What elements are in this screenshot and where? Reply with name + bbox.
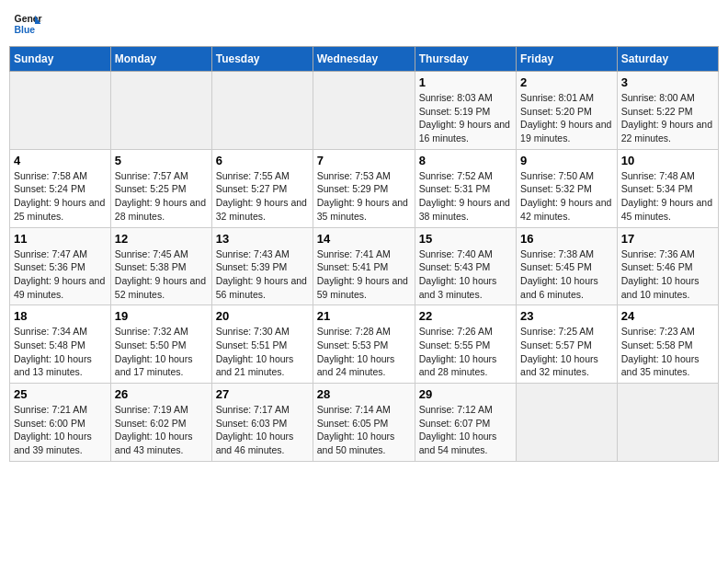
day-info: Sunrise: 7:14 AMSunset: 6:05 PMDaylight:… [317, 403, 411, 457]
day-number: 3 [621, 75, 714, 89]
calendar-cell: 4Sunrise: 7:58 AMSunset: 5:24 PMDaylight… [10, 149, 111, 227]
day-info: Sunrise: 7:41 AMSunset: 5:41 PMDaylight:… [317, 247, 411, 302]
weekday-header-sunday: Sunday [10, 47, 111, 72]
day-number: 10 [621, 154, 714, 167]
weekday-header-tuesday: Tuesday [211, 47, 313, 72]
day-info: Sunrise: 7:19 AMSunset: 6:02 PMDaylight:… [115, 403, 208, 457]
day-number: 22 [419, 309, 512, 323]
calendar-week-2: 4Sunrise: 7:58 AMSunset: 5:24 PMDaylight… [10, 149, 719, 227]
calendar-cell: 11Sunrise: 7:47 AMSunset: 5:36 PMDayligh… [10, 227, 111, 305]
calendar-cell: 8Sunrise: 7:52 AMSunset: 5:31 PMDaylight… [415, 149, 516, 227]
day-number: 17 [621, 232, 714, 246]
day-info: Sunrise: 7:36 AMSunset: 5:46 PMDaylight:… [621, 247, 714, 302]
calendar-cell: 25Sunrise: 7:21 AMSunset: 6:00 PMDayligh… [10, 384, 111, 462]
calendar-cell: 20Sunrise: 7:30 AMSunset: 5:51 PMDayligh… [211, 305, 313, 384]
day-info: Sunrise: 8:01 AMSunset: 5:20 PMDaylight:… [520, 91, 613, 145]
day-number: 6 [216, 154, 309, 167]
day-info: Sunrise: 7:17 AMSunset: 6:03 PMDaylight:… [216, 403, 309, 457]
day-info: Sunrise: 8:00 AMSunset: 5:22 PMDaylight:… [621, 91, 714, 145]
calendar-cell: 15Sunrise: 7:40 AMSunset: 5:43 PMDayligh… [415, 227, 516, 305]
day-number: 8 [419, 154, 512, 167]
day-info: Sunrise: 7:45 AMSunset: 5:38 PMDaylight:… [115, 247, 208, 302]
day-number: 11 [14, 232, 107, 246]
day-number: 26 [115, 387, 208, 401]
logo: General Blue [13, 9, 42, 39]
calendar-week-5: 25Sunrise: 7:21 AMSunset: 6:00 PMDayligh… [10, 384, 719, 462]
day-number: 16 [520, 232, 613, 246]
calendar-cell: 21Sunrise: 7:28 AMSunset: 5:53 PMDayligh… [313, 305, 415, 384]
weekday-header-wednesday: Wednesday [313, 47, 415, 72]
weekday-header-thursday: Thursday [415, 47, 516, 72]
calendar-cell: 7Sunrise: 7:53 AMSunset: 5:29 PMDaylight… [313, 149, 415, 227]
calendar-week-4: 18Sunrise: 7:34 AMSunset: 5:48 PMDayligh… [10, 305, 719, 384]
day-number: 1 [419, 75, 512, 89]
day-info: Sunrise: 7:40 AMSunset: 5:43 PMDaylight:… [419, 247, 512, 302]
day-number: 21 [317, 309, 411, 323]
calendar-week-3: 11Sunrise: 7:47 AMSunset: 5:36 PMDayligh… [10, 227, 719, 305]
calendar-cell: 5Sunrise: 7:57 AMSunset: 5:25 PMDaylight… [110, 149, 211, 227]
day-number: 27 [216, 387, 309, 401]
day-number: 2 [520, 75, 613, 89]
calendar-cell: 10Sunrise: 7:48 AMSunset: 5:34 PMDayligh… [617, 149, 718, 227]
day-number: 15 [419, 232, 512, 246]
day-info: Sunrise: 7:28 AMSunset: 5:53 PMDaylight:… [317, 325, 411, 379]
day-info: Sunrise: 7:43 AMSunset: 5:39 PMDaylight:… [216, 247, 309, 302]
day-info: Sunrise: 7:12 AMSunset: 6:07 PMDaylight:… [419, 403, 512, 457]
day-number: 13 [216, 232, 309, 246]
day-info: Sunrise: 7:48 AMSunset: 5:34 PMDaylight:… [621, 169, 714, 224]
day-number: 19 [115, 309, 208, 323]
calendar-cell [10, 72, 111, 150]
calendar-cell: 26Sunrise: 7:19 AMSunset: 6:02 PMDayligh… [110, 384, 211, 462]
weekday-header-friday: Friday [517, 47, 618, 72]
day-number: 7 [317, 154, 411, 167]
day-info: Sunrise: 7:47 AMSunset: 5:36 PMDaylight:… [14, 247, 107, 302]
day-number: 12 [115, 232, 208, 246]
calendar-cell: 18Sunrise: 7:34 AMSunset: 5:48 PMDayligh… [10, 305, 111, 384]
day-info: Sunrise: 7:23 AMSunset: 5:58 PMDaylight:… [621, 325, 714, 379]
calendar-cell: 23Sunrise: 7:25 AMSunset: 5:57 PMDayligh… [517, 305, 618, 384]
calendar-cell: 19Sunrise: 7:32 AMSunset: 5:50 PMDayligh… [110, 305, 211, 384]
calendar-cell: 14Sunrise: 7:41 AMSunset: 5:41 PMDayligh… [313, 227, 415, 305]
day-number: 4 [14, 154, 107, 167]
day-info: Sunrise: 7:25 AMSunset: 5:57 PMDaylight:… [520, 325, 613, 379]
day-info: Sunrise: 7:34 AMSunset: 5:48 PMDaylight:… [14, 325, 107, 379]
calendar-cell: 9Sunrise: 7:50 AMSunset: 5:32 PMDaylight… [517, 149, 618, 227]
day-info: Sunrise: 7:52 AMSunset: 5:31 PMDaylight:… [419, 169, 512, 224]
day-number: 14 [317, 232, 411, 246]
calendar-cell [617, 384, 718, 462]
calendar-cell: 2Sunrise: 8:01 AMSunset: 5:20 PMDaylight… [517, 72, 618, 150]
svg-text:Blue: Blue [15, 25, 36, 35]
day-info: Sunrise: 7:26 AMSunset: 5:55 PMDaylight:… [419, 325, 512, 379]
day-info: Sunrise: 8:03 AMSunset: 5:19 PMDaylight:… [419, 91, 512, 145]
day-number: 29 [419, 387, 512, 401]
calendar-cell: 28Sunrise: 7:14 AMSunset: 6:05 PMDayligh… [313, 384, 415, 462]
calendar-week-1: 1Sunrise: 8:03 AMSunset: 5:19 PMDaylight… [10, 72, 719, 150]
day-number: 20 [216, 309, 309, 323]
day-info: Sunrise: 7:53 AMSunset: 5:29 PMDaylight:… [317, 169, 411, 224]
calendar-cell: 6Sunrise: 7:55 AMSunset: 5:27 PMDaylight… [211, 149, 313, 227]
day-info: Sunrise: 7:58 AMSunset: 5:24 PMDaylight:… [14, 169, 107, 224]
calendar-cell [313, 72, 415, 150]
day-info: Sunrise: 7:21 AMSunset: 6:00 PMDaylight:… [14, 403, 107, 457]
day-info: Sunrise: 7:57 AMSunset: 5:25 PMDaylight:… [115, 169, 208, 224]
day-number: 24 [621, 309, 714, 323]
calendar-cell: 16Sunrise: 7:38 AMSunset: 5:45 PMDayligh… [517, 227, 618, 305]
day-info: Sunrise: 7:32 AMSunset: 5:50 PMDaylight:… [115, 325, 208, 379]
calendar-table: SundayMondayTuesdayWednesdayThursdayFrid… [9, 46, 719, 462]
calendar-cell: 13Sunrise: 7:43 AMSunset: 5:39 PMDayligh… [211, 227, 313, 305]
day-info: Sunrise: 7:55 AMSunset: 5:27 PMDaylight:… [216, 169, 309, 224]
day-number: 18 [14, 309, 107, 323]
day-number: 28 [317, 387, 411, 401]
calendar-cell: 17Sunrise: 7:36 AMSunset: 5:46 PMDayligh… [617, 227, 718, 305]
calendar-cell: 22Sunrise: 7:26 AMSunset: 5:55 PMDayligh… [415, 305, 516, 384]
logo-icon: General Blue [13, 9, 42, 39]
calendar-cell [110, 72, 211, 150]
calendar-cell: 3Sunrise: 8:00 AMSunset: 5:22 PMDaylight… [617, 72, 718, 150]
weekday-header-saturday: Saturday [617, 47, 718, 72]
day-number: 5 [115, 154, 208, 167]
calendar-cell: 24Sunrise: 7:23 AMSunset: 5:58 PMDayligh… [617, 305, 718, 384]
page-header: General Blue [9, 9, 719, 39]
day-info: Sunrise: 7:30 AMSunset: 5:51 PMDaylight:… [216, 325, 309, 379]
day-number: 9 [520, 154, 613, 167]
calendar-cell: 27Sunrise: 7:17 AMSunset: 6:03 PMDayligh… [211, 384, 313, 462]
